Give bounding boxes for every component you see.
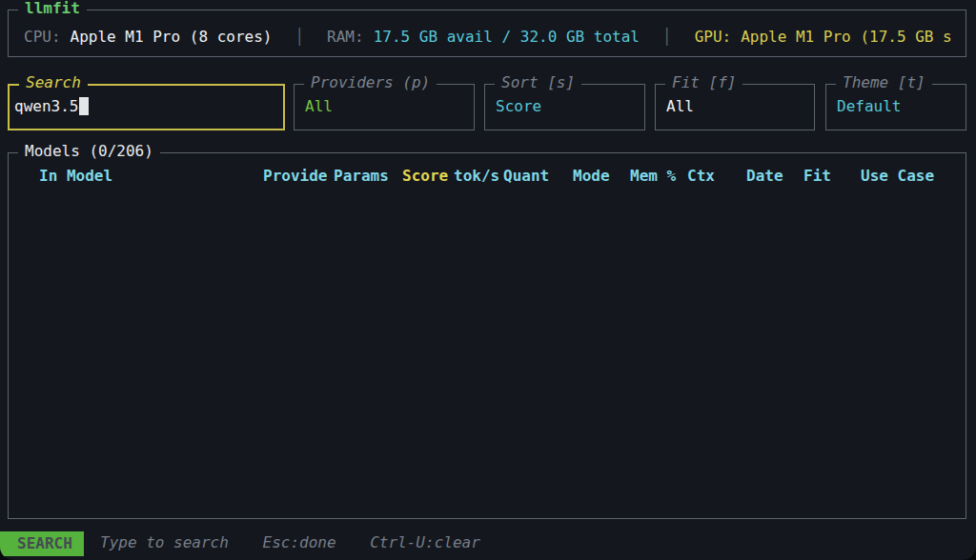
search-input-value: qwen3.5 bbox=[14, 97, 78, 115]
column-header-score[interactable]: Score bbox=[402, 167, 448, 185]
sort-filter-title: Sort [s] bbox=[495, 73, 581, 91]
column-header-date[interactable]: Date bbox=[746, 167, 783, 185]
models-table-header: In Model Provide Params Score tok/s Quan… bbox=[9, 167, 966, 188]
status-hints: Type to search Esc:done Ctrl-U:clear bbox=[100, 533, 505, 551]
fit-filter-value: All bbox=[666, 97, 694, 115]
column-header-in-model[interactable]: In Model bbox=[39, 167, 112, 185]
providers-filter[interactable]: Providers (p) All bbox=[294, 84, 475, 130]
search-box-title: Search bbox=[19, 73, 88, 91]
system-info-panel: llmfit CPU: Apple M1 Pro (8 cores) │ RAM… bbox=[8, 10, 966, 57]
column-header-use-case[interactable]: Use Case bbox=[861, 167, 934, 185]
column-header-quant[interactable]: Quant bbox=[503, 167, 549, 185]
separator-bar: │ bbox=[662, 28, 672, 46]
models-panel: Models (0/206) In Model Provide Params S… bbox=[8, 152, 966, 519]
column-header-ctx[interactable]: Ctx bbox=[687, 167, 715, 185]
search-input[interactable]: qwen3.5 bbox=[14, 97, 89, 115]
separator-bar: │ bbox=[295, 28, 304, 46]
providers-filter-title: Providers (p) bbox=[304, 73, 437, 91]
gpu-value: Apple M1 Pro (17.5 GB s bbox=[741, 28, 952, 46]
mode-badge: SEARCH bbox=[0, 531, 84, 556]
fit-filter-title: Fit [f] bbox=[665, 73, 742, 91]
hint-type-to-search: Type to search bbox=[100, 533, 229, 551]
theme-filter-title: Theme [t] bbox=[836, 73, 932, 91]
ram-label: RAM: bbox=[327, 28, 364, 46]
theme-filter[interactable]: Theme [t] Default bbox=[825, 84, 966, 130]
system-info-line: CPU: Apple M1 Pro (8 cores) │ RAM: 17.5 … bbox=[24, 10, 964, 56]
column-header-toks[interactable]: tok/s bbox=[454, 167, 499, 185]
models-panel-title: Models (0/206) bbox=[18, 142, 160, 160]
text-cursor bbox=[79, 97, 89, 115]
sort-filter[interactable]: Sort [s] Score bbox=[484, 84, 645, 130]
providers-filter-value: All bbox=[305, 97, 333, 115]
app-window: llmfit CPU: Apple M1 Pro (8 cores) │ RAM… bbox=[0, 0, 976, 560]
hint-ctrl-u-clear: Ctrl-U:clear bbox=[370, 533, 480, 551]
hint-esc-done: Esc:done bbox=[263, 533, 336, 551]
ram-value: 17.5 GB avail / 32.0 GB total bbox=[374, 28, 640, 46]
column-header-mode[interactable]: Mode bbox=[573, 167, 610, 185]
cpu-label: CPU: bbox=[24, 28, 61, 46]
gpu-label: GPU: bbox=[695, 28, 732, 46]
cpu-value: Apple M1 Pro (8 cores) bbox=[71, 28, 273, 46]
column-header-mem[interactable]: Mem % bbox=[630, 167, 676, 185]
fit-filter[interactable]: Fit [f] All bbox=[655, 84, 815, 130]
theme-filter-value: Default bbox=[837, 97, 901, 115]
column-header-fit[interactable]: Fit bbox=[803, 167, 831, 185]
sort-filter-value: Score bbox=[496, 97, 541, 115]
search-box[interactable]: Search qwen3.5 bbox=[8, 84, 285, 130]
status-bar: SEARCH Type to search Esc:done Ctrl-U:cl… bbox=[0, 530, 976, 560]
column-header-provider[interactable]: Provide bbox=[263, 167, 327, 185]
column-header-params[interactable]: Params bbox=[334, 167, 389, 185]
